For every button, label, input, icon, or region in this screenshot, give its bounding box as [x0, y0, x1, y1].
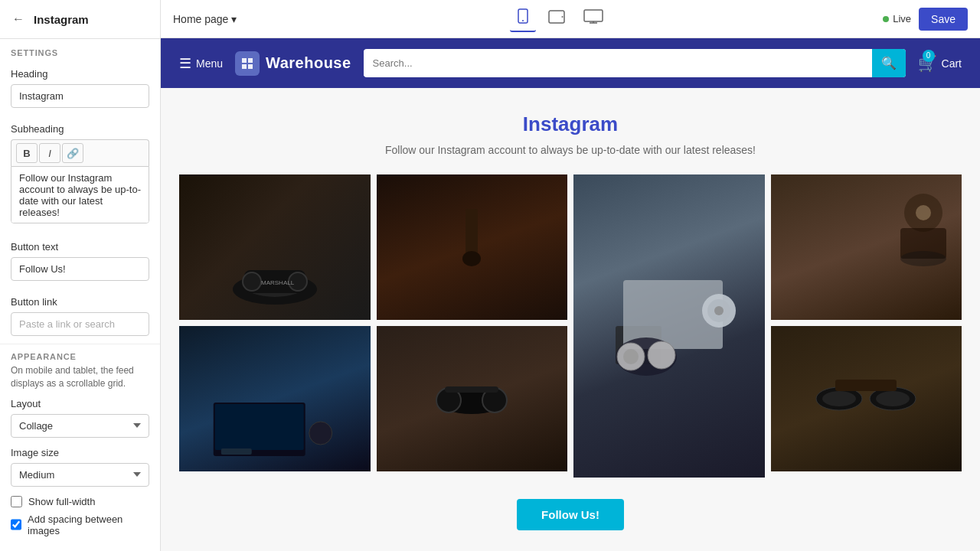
live-indicator: Live: [883, 13, 911, 24]
settings-section-label: SETTINGS: [0, 39, 160, 60]
main-area: Home page ▾ Live Save: [161, 0, 980, 551]
ig-image-6[interactable]: [377, 326, 568, 471]
ig-col1: MARSHALL: [179, 174, 371, 471]
button-text-input[interactable]: [11, 257, 149, 281]
subheading-textarea[interactable]: Follow our Instagram account to always b…: [11, 166, 149, 223]
cart-badge: 0: [923, 50, 935, 62]
svg-rect-16: [215, 404, 304, 450]
cart-label: Cart: [942, 57, 962, 70]
button-text-section: Button text: [0, 233, 160, 289]
sidebar-title: Instagram: [34, 13, 89, 26]
svg-point-31: [714, 306, 724, 315]
page-title-button[interactable]: Home page ▾: [173, 13, 237, 25]
formatting-toolbar: B I 🔗: [11, 139, 149, 166]
ig-image-4[interactable]: [771, 174, 962, 320]
live-dot: [883, 16, 889, 22]
ig-image-1[interactable]: MARSHALL: [179, 174, 371, 320]
topbar-center: [510, 5, 609, 32]
topbar: Home page ▾ Live Save: [161, 0, 980, 38]
svg-rect-4: [584, 10, 603, 21]
ig-image-2[interactable]: [377, 174, 568, 320]
store-search-button[interactable]: 🔍: [872, 49, 906, 77]
follow-us-button[interactable]: Follow Us!: [517, 499, 624, 530]
svg-rect-5: [242, 58, 247, 63]
button-link-label: Button link: [11, 296, 149, 308]
store-menu-button[interactable]: ☰ Menu: [179, 55, 223, 72]
ig-image-3[interactable]: [573, 174, 765, 478]
store-inner: ☰ Menu Warehouse 🔍 0 🛒 Cart: [161, 38, 980, 551]
live-label: Live: [893, 13, 911, 24]
back-button[interactable]: ←: [9, 11, 28, 28]
link-button[interactable]: 🔗: [62, 143, 83, 163]
svg-point-43: [876, 391, 910, 406]
svg-point-34: [623, 349, 639, 364]
desktop-view-button[interactable]: [577, 6, 609, 31]
svg-rect-7: [242, 64, 247, 69]
appearance-section: APPEARANCE On mobile and tablet, the fee…: [0, 344, 160, 550]
svg-text:MARSHALL: MARSHALL: [261, 279, 295, 286]
topbar-right: Live Save: [883, 8, 968, 31]
svg-point-35: [648, 341, 675, 369]
svg-point-1: [522, 20, 524, 21]
appearance-label: APPEARANCE: [11, 352, 149, 361]
svg-point-41: [822, 391, 856, 406]
add-spacing-label[interactable]: Add spacing between images: [28, 514, 149, 536]
store-search-wrapper: 🔍: [364, 49, 906, 77]
settings-sidebar: ← Instagram SETTINGS Heading Subheading …: [0, 0, 161, 551]
button-link-input[interactable]: [11, 312, 149, 336]
add-spacing-row: Add spacing between images: [11, 514, 149, 536]
layout-field: Layout Collage Grid List: [11, 398, 149, 438]
page-title-chevron: ▾: [231, 13, 237, 25]
tablet-view-button[interactable]: [542, 6, 571, 31]
show-full-width-label[interactable]: Show full-width: [28, 496, 95, 507]
svg-point-38: [900, 251, 946, 266]
italic-button[interactable]: I: [39, 143, 60, 163]
store-search-input[interactable]: [364, 51, 872, 76]
menu-label: Menu: [196, 57, 223, 70]
bold-button[interactable]: B: [16, 143, 38, 163]
ig-image-7[interactable]: [771, 326, 962, 471]
store-preview: ☰ Menu Warehouse 🔍 0 🛒 Cart: [161, 38, 980, 551]
store-cart-button[interactable]: 0 🛒 Cart: [918, 54, 962, 73]
store-logo-icon: [235, 51, 260, 76]
svg-rect-44: [835, 380, 897, 391]
instagram-section: Instagram Follow our Instagram account t…: [161, 88, 980, 551]
subheading-section: Subheading B I 🔗 Follow our Instagram ac…: [0, 116, 160, 233]
ig-image-5[interactable]: [179, 326, 371, 471]
svg-point-20: [462, 251, 481, 266]
store-logo[interactable]: Warehouse: [235, 51, 351, 76]
image-size-select[interactable]: Small Medium Large: [11, 463, 149, 487]
svg-point-18: [309, 422, 332, 445]
store-header: ☰ Menu Warehouse 🔍 0 🛒 Cart: [161, 38, 980, 88]
svg-point-3: [562, 16, 564, 18]
topbar-left: Home page ▾: [173, 13, 237, 25]
heading-section: Heading: [0, 60, 160, 116]
mobile-view-button[interactable]: [510, 5, 536, 32]
svg-rect-6: [248, 58, 253, 63]
page-title-text: Home page: [173, 13, 228, 25]
ig-col4: [771, 174, 962, 471]
show-full-width-checkbox[interactable]: [11, 496, 22, 507]
svg-rect-8: [248, 64, 253, 69]
heading-label: Heading: [11, 68, 149, 80]
ig-subheading: Follow our Instagram account to always b…: [179, 144, 962, 156]
layout-label: Layout: [11, 398, 149, 409]
svg-point-12: [243, 272, 261, 291]
image-size-field: Image size Small Medium Large: [11, 447, 149, 487]
svg-rect-19: [466, 209, 478, 255]
svg-rect-17: [221, 448, 252, 455]
ig-heading: Instagram: [179, 112, 962, 136]
svg-rect-26: [445, 386, 498, 393]
save-button[interactable]: Save: [919, 8, 968, 31]
add-spacing-checkbox[interactable]: [11, 519, 21, 530]
button-link-section: Button link: [0, 289, 160, 344]
store-logo-text: Warehouse: [266, 54, 351, 72]
button-text-label: Button text: [11, 241, 149, 253]
sidebar-header: ← Instagram: [0, 0, 160, 39]
hamburger-icon: ☰: [179, 55, 191, 72]
layout-select[interactable]: Collage Grid List: [11, 414, 149, 438]
subheading-label: Subheading: [11, 123, 149, 135]
appearance-note: On mobile and tablet, the feed displays …: [11, 364, 149, 390]
heading-input[interactable]: [11, 84, 149, 108]
ig-image-grid: MARSHALL: [179, 174, 962, 478]
